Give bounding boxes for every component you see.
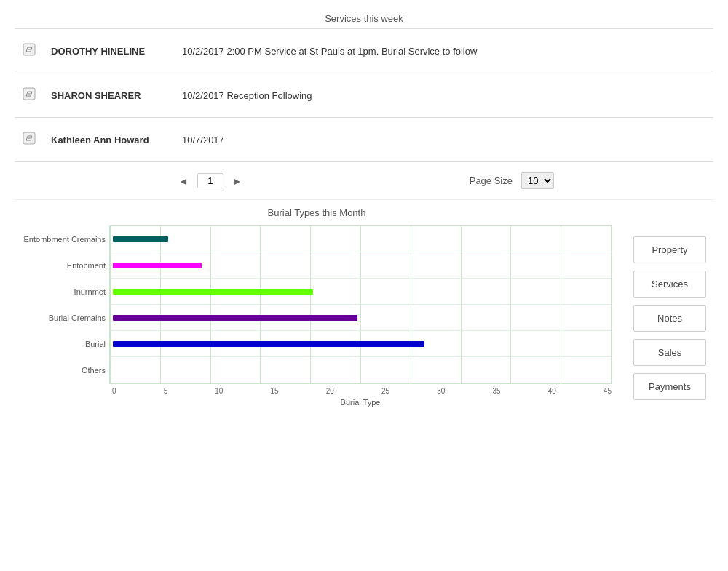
bar-label: Others bbox=[18, 366, 106, 375]
x-axis-label: 40 bbox=[548, 387, 556, 395]
bar-label: Entombment Cremains bbox=[18, 235, 106, 244]
bar-label: Burial bbox=[18, 340, 106, 348]
bar-row: Burial Cremains bbox=[110, 305, 611, 331]
bar-chart: Entombment CremainsEntobmentInurnmetBuri… bbox=[109, 225, 612, 407]
bar-row: Entobment bbox=[110, 252, 611, 279]
chart-area: Burial Types this Month Entombment Crema… bbox=[15, 207, 633, 407]
x-axis-label: 5 bbox=[164, 387, 168, 395]
service-rows-container: DOROTHY HINELINE 10/2/2017 2:00 PM Servi… bbox=[15, 29, 713, 162]
page-number-input[interactable] bbox=[197, 173, 223, 188]
edit-icon[interactable] bbox=[22, 42, 39, 60]
next-page-button[interactable]: ► bbox=[228, 174, 247, 188]
sidebar-btn-services[interactable]: Services bbox=[633, 271, 706, 298]
x-axis-label: 35 bbox=[492, 387, 500, 395]
grid-line bbox=[611, 226, 612, 383]
bar-label: Burial Cremains bbox=[18, 314, 106, 322]
pagination-bar: ◄ ► Page Size 10 25 50 bbox=[15, 162, 713, 200]
service-name: Kathleen Ann Howard bbox=[51, 135, 182, 145]
bar-fill bbox=[113, 315, 357, 321]
bar-fill bbox=[113, 263, 202, 268]
bar-label: Inurnmet bbox=[18, 287, 106, 296]
bar-row: Others bbox=[110, 357, 611, 383]
x-axis-label: 0 bbox=[112, 387, 116, 395]
service-row: SHARON SHEARER 10/2/2017 Reception Follo… bbox=[15, 73, 713, 118]
x-axis-title: Burial Type bbox=[109, 398, 612, 407]
page-size-select[interactable]: 10 25 50 bbox=[521, 172, 554, 189]
x-axis-label: 45 bbox=[604, 387, 612, 395]
bottom-section: Burial Types this Month Entombment Crema… bbox=[15, 200, 713, 407]
page-size-label: Page Size bbox=[470, 175, 513, 186]
service-detail: 10/2/2017 2:00 PM Service at St Pauls at… bbox=[182, 46, 477, 57]
bar-fill bbox=[113, 341, 424, 347]
bar-row: Burial bbox=[110, 331, 611, 357]
bar-row: Inurnmet bbox=[110, 279, 611, 305]
service-row: Kathleen Ann Howard 10/7/2017 bbox=[15, 118, 713, 162]
bar-row: Entombment Cremains bbox=[110, 226, 611, 252]
prev-page-button[interactable]: ◄ bbox=[174, 174, 193, 188]
edit-icon[interactable] bbox=[22, 87, 39, 104]
section-title: Services this week bbox=[325, 13, 403, 24]
sidebar-btn-sales[interactable]: Sales bbox=[633, 339, 706, 366]
edit-icon[interactable] bbox=[22, 131, 39, 148]
bar-fill bbox=[113, 236, 168, 242]
service-detail: 10/7/2017 bbox=[182, 135, 224, 145]
sidebar-btn-payments[interactable]: Payments bbox=[633, 373, 706, 400]
service-name: SHARON SHEARER bbox=[51, 90, 182, 101]
x-axis-label: 30 bbox=[437, 387, 445, 395]
service-detail: 10/2/2017 Reception Following bbox=[182, 90, 312, 101]
bar-fill bbox=[113, 289, 313, 295]
sidebar-btn-notes[interactable]: Notes bbox=[633, 305, 706, 332]
x-axis-label: 25 bbox=[381, 387, 389, 395]
x-axis-label: 10 bbox=[215, 387, 223, 395]
main-container: Services this week DOROTHY HINELINE 10/2… bbox=[0, 0, 728, 571]
bar-chart-inner: Entombment CremainsEntobmentInurnmetBuri… bbox=[109, 225, 612, 384]
x-axis-label: 20 bbox=[326, 387, 334, 395]
chart-title: Burial Types this Month bbox=[15, 207, 619, 218]
section-header: Services this week bbox=[15, 7, 713, 29]
sidebar-buttons: PropertyServicesNotesSalesPayments bbox=[633, 207, 713, 407]
sidebar-btn-property[interactable]: Property bbox=[633, 236, 706, 263]
x-axis-labels: 051015202530354045 bbox=[109, 387, 612, 395]
service-row: DOROTHY HINELINE 10/2/2017 2:00 PM Servi… bbox=[15, 29, 713, 73]
service-name: DOROTHY HINELINE bbox=[51, 46, 182, 57]
bar-label: Entobment bbox=[18, 261, 106, 270]
x-axis-label: 15 bbox=[271, 387, 279, 395]
